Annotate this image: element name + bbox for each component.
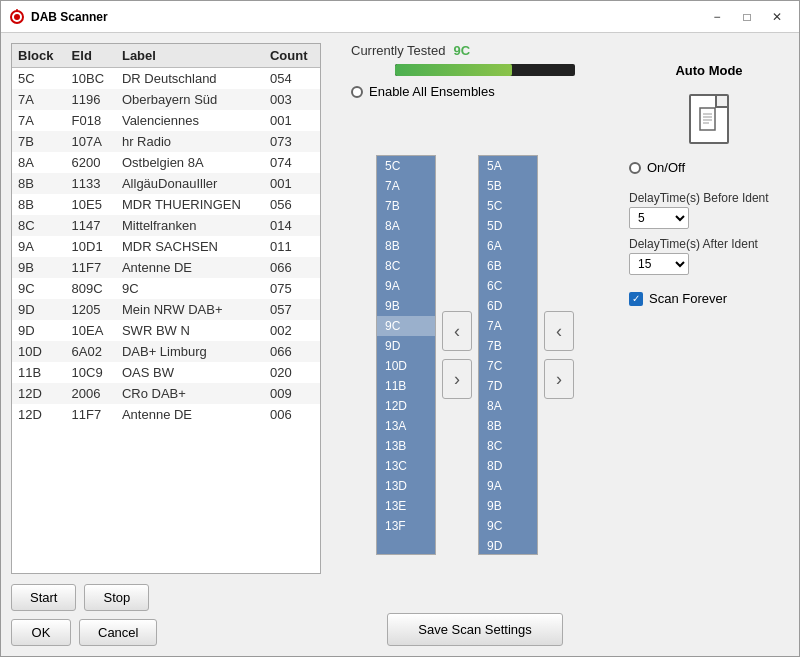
left-next-arrow[interactable]: ›	[442, 359, 472, 399]
start-button[interactable]: Start	[11, 584, 76, 611]
table-row[interactable]: 12D2006CRo DAB+009	[12, 383, 320, 404]
table-row[interactable]: 8B10E5MDR THUERINGEN056	[12, 194, 320, 215]
table-row[interactable]: 10D6A02DAB+ Limburg066	[12, 341, 320, 362]
left-channel-item[interactable]: 10D	[377, 356, 435, 376]
table-row[interactable]: 5C10BCDR Deutschland054	[12, 68, 320, 90]
left-prev-arrow[interactable]: ‹	[442, 311, 472, 351]
table-row[interactable]: 7AF018Valenciennes001	[12, 110, 320, 131]
cell-label: MDR THUERINGEN	[116, 194, 264, 215]
left-channel-item[interactable]: 7A	[377, 176, 435, 196]
right-channel-item[interactable]: 5A	[479, 156, 537, 176]
enable-all-radio[interactable]	[351, 86, 363, 98]
left-channel-item[interactable]: 13E	[377, 496, 435, 516]
left-channel-item[interactable]: 9C	[377, 316, 435, 336]
right-channel-item[interactable]: 9A	[479, 476, 537, 496]
left-channel-item[interactable]: 13A	[377, 416, 435, 436]
maximize-button[interactable]: □	[733, 6, 761, 28]
right-channel-item[interactable]: 9C	[479, 516, 537, 536]
right-channel-item[interactable]: 5D	[479, 216, 537, 236]
left-channel-item[interactable]: 8C	[377, 256, 435, 276]
table-row[interactable]: 11B10C9OAS BW020	[12, 362, 320, 383]
right-channel-item[interactable]: 7D	[479, 376, 537, 396]
delay-after-select[interactable]: 1234510152030	[629, 253, 689, 275]
cell-eld: 10E5	[66, 194, 116, 215]
right-channel-item[interactable]: 7B	[479, 336, 537, 356]
cell-block: 8B	[12, 173, 66, 194]
left-channel-item[interactable]: 9D	[377, 336, 435, 356]
table-row[interactable]: 8A6200Ostbelgien 8A074	[12, 152, 320, 173]
right-channel-item[interactable]: 8D	[479, 456, 537, 476]
table-row[interactable]: 9B11F7Antenne DE066	[12, 257, 320, 278]
right-channel-item[interactable]: 6C	[479, 276, 537, 296]
minimize-button[interactable]: −	[703, 6, 731, 28]
right-channel-item[interactable]: 5C	[479, 196, 537, 216]
right-channel-item[interactable]: 6D	[479, 296, 537, 316]
right-prev-arrow[interactable]: ‹	[544, 311, 574, 351]
close-button[interactable]: ✕	[763, 6, 791, 28]
cell-label: CRo DAB+	[116, 383, 264, 404]
left-channel-item[interactable]: 13D	[377, 476, 435, 496]
delay-before-select[interactable]: 1234510152030	[629, 207, 689, 229]
stop-button[interactable]: Stop	[84, 584, 149, 611]
cell-count: 075	[264, 278, 320, 299]
cell-block: 11B	[12, 362, 66, 383]
table-row[interactable]: 9A10D1MDR SACHSEN011	[12, 236, 320, 257]
cell-eld: 11F7	[66, 404, 116, 425]
scan-forever-checkbox[interactable]: ✓	[629, 292, 643, 306]
right-channel-item[interactable]: 5B	[479, 176, 537, 196]
cell-eld: 6A02	[66, 341, 116, 362]
left-channel-item[interactable]: 8B	[377, 236, 435, 256]
cancel-button[interactable]: Cancel	[79, 619, 157, 646]
right-channel-list[interactable]: 5A5B5C5D6A6B6C6D7A7B7C7D8A8B8C8D9A9B9C9D…	[478, 155, 538, 555]
cell-eld: 2006	[66, 383, 116, 404]
table-row[interactable]: 9D1205Mein NRW DAB+057	[12, 299, 320, 320]
left-channel-item[interactable]: 13B	[377, 436, 435, 456]
on-off-radio[interactable]	[629, 162, 641, 174]
auto-mode-title: Auto Mode	[629, 63, 789, 78]
main-window: DAB Scanner − □ ✕ Block Eld Label Count	[0, 0, 800, 657]
right-channel-item[interactable]: 9D	[479, 536, 537, 555]
right-channel-item[interactable]: 8B	[479, 416, 537, 436]
table-row[interactable]: 8C1147Mittelfranken014	[12, 215, 320, 236]
right-channel-item[interactable]: 7A	[479, 316, 537, 336]
right-channel-item[interactable]: 9B	[479, 496, 537, 516]
left-channel-item[interactable]: 7B	[377, 196, 435, 216]
save-scan-button[interactable]: Save Scan Settings	[387, 613, 562, 646]
table-row[interactable]: 8B1133AllgäuDonauIller001	[12, 173, 320, 194]
cell-label: AllgäuDonauIller	[116, 173, 264, 194]
col-block: Block	[12, 44, 66, 68]
left-channel-item[interactable]: 9A	[377, 276, 435, 296]
left-channel-item[interactable]: 8A	[377, 216, 435, 236]
ok-button[interactable]: OK	[11, 619, 71, 646]
table-row[interactable]: 7B107Ahr Radio073	[12, 131, 320, 152]
left-channel-item[interactable]: 12D	[377, 396, 435, 416]
right-channel-item[interactable]: 6B	[479, 256, 537, 276]
cell-block: 12D	[12, 383, 66, 404]
cell-count: 066	[264, 341, 320, 362]
channel-table-container[interactable]: Block Eld Label Count 5C10BCDR Deutschla…	[11, 43, 321, 574]
right-next-arrow[interactable]: ›	[544, 359, 574, 399]
left-panel: Block Eld Label Count 5C10BCDR Deutschla…	[11, 43, 321, 646]
cell-block: 5C	[12, 68, 66, 90]
table-row[interactable]: 9C809C9C075	[12, 278, 320, 299]
table-row[interactable]: 7A1196Oberbayern Süd003	[12, 89, 320, 110]
left-channel-item[interactable]: 13F	[377, 516, 435, 536]
left-channel-item[interactable]: 13C	[377, 456, 435, 476]
left-channel-list[interactable]: 5C7A7B8A8B8C9A9B9C9D10D11B12D13A13B13C13…	[376, 155, 436, 555]
left-channel-item[interactable]: 11B	[377, 376, 435, 396]
right-channel-item[interactable]: 8C	[479, 436, 537, 456]
table-row[interactable]: 9D10EASWR BW N002	[12, 320, 320, 341]
content-area: Block Eld Label Count 5C10BCDR Deutschla…	[1, 33, 799, 656]
left-channel-item[interactable]: 9B	[377, 296, 435, 316]
cell-label: MDR SACHSEN	[116, 236, 264, 257]
cell-count: 003	[264, 89, 320, 110]
table-row[interactable]: 12D11F7Antenne DE006	[12, 404, 320, 425]
window-title: DAB Scanner	[31, 10, 703, 24]
right-channel-item[interactable]: 6A	[479, 236, 537, 256]
left-channel-item[interactable]: 5C	[377, 156, 435, 176]
right-channel-item[interactable]: 8A	[479, 396, 537, 416]
save-btn-row: Save Scan Settings	[331, 613, 619, 646]
cell-eld: 1196	[66, 89, 116, 110]
cell-block: 12D	[12, 404, 66, 425]
right-channel-item[interactable]: 7C	[479, 356, 537, 376]
